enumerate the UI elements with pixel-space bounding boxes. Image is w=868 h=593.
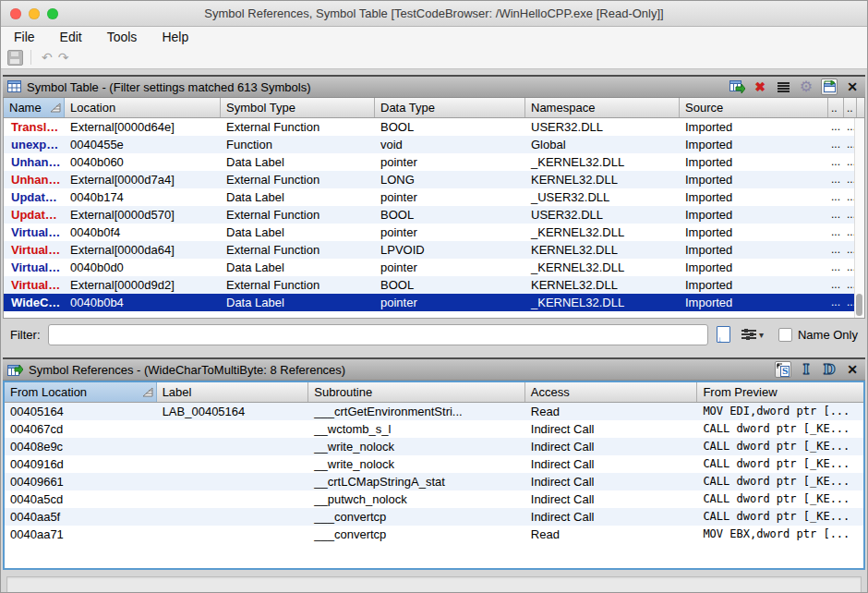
table-cell: External Function [221,171,375,188]
symbol-row[interactable]: Unhan…0040b060Data Labelpointer_KERNEL32… [4,153,864,171]
chevron-down-icon[interactable]: ▾ [759,330,764,340]
column-header--[interactable]: .. [844,98,857,117]
make-selection-icon[interactable] [729,79,745,95]
reference-row[interactable]: 0040a5cd__putwch_nolockIndirect CallCALL… [5,490,863,508]
table-cell: __putwch_nolock [308,490,525,508]
table-cell: CALL dword ptr [_KE... [697,455,863,473]
table-cell: CALL dword ptr [_KE... [697,438,863,455]
menu-item-file[interactable]: File [14,30,35,44]
table-cell: Transl… [4,118,65,136]
table-cell: Data Label [221,259,375,276]
instruction-references-icon[interactable]: I [798,361,814,378]
table-cell: 0040aa71 [5,526,157,543]
symbol-row[interactable]: Updat…External[0000d570]External Functio… [4,206,864,224]
table-cell: BOOL [375,276,525,294]
menu-item-edit[interactable]: Edit [60,30,82,44]
table-cell: Indirect Call [525,490,698,508]
settings-gear-icon[interactable]: ⚙ [798,79,814,95]
toolbar-divider [30,50,31,65]
delete-icon[interactable]: ✖ [752,79,768,95]
symbol-references-title: Symbol References - (WideCharToMultiByte… [29,363,769,377]
table-cell: Unhan… [4,171,65,188]
symbol-row[interactable]: WideC…0040b0b4Data Labelpointer_KERNEL32… [4,294,864,311]
column-header-source[interactable]: Source [680,98,828,117]
symbol-table-actions: ✖ ⚙ ✕ [729,79,861,95]
name-only-checkbox[interactable] [778,328,792,342]
table-cell: Indirect Call [525,455,698,473]
close-panel-icon[interactable]: ✕ [844,361,861,378]
table-cell: 0040916d [5,455,157,473]
table-cell: Imported [680,206,828,224]
status-bar [6,576,862,593]
symbol-table-header: Symbol Table - (Filter settings matched … [3,75,865,98]
window-title: Symbol References, Symbol Table [TestCod… [1,6,867,20]
scrollbar-thumb[interactable] [856,294,862,316]
reference-row[interactable]: 0040aa71___convertcpReadMOV EBX,dword pt… [5,526,863,543]
filter-options-icon[interactable] [741,329,756,341]
filter-list-icon[interactable] [775,79,791,95]
references-table-body: 00405164LAB_00405164___crtGetEnvironment… [5,403,863,568]
zoom-window-button[interactable] [47,8,58,19]
column-header-from-location[interactable]: From Location [5,382,157,402]
symbol-row[interactable]: Virtual…0040b0f4Data Labelpointer_KERNEL… [4,224,864,241]
redo-icon[interactable]: ↷ [58,51,69,64]
column-header-location[interactable]: Location [65,98,221,117]
table-cell: ___convertcp [308,508,525,526]
symbol-row[interactable]: Updat…0040b174Data Labelpointer_USER32.D… [4,188,864,206]
table-cell: __wctomb_s_l [308,420,525,438]
table-cell: 00408e9c [5,438,157,455]
table-cell: Data Label [221,188,375,206]
column-header-symbol-type[interactable]: Symbol Type [221,98,375,117]
filter-clear-icon[interactable]: ↓ [717,326,730,343]
table-cell [157,526,309,543]
symbol-row[interactable]: Transl…External[0000d64e]External Functi… [4,118,864,136]
reference-row[interactable]: 00405164LAB_00405164___crtGetEnvironment… [5,403,863,420]
symbol-row[interactable]: unexp…0040455eFunctionvoidGlobalImported… [4,136,864,153]
column-header-access[interactable]: Access [525,382,698,402]
table-cell: Unhan… [4,153,65,171]
column-header-subroutine[interactable]: Subroutine [308,382,525,402]
symbol-mode-icon[interactable]: S [775,361,791,378]
save-icon[interactable] [7,50,23,66]
column-header-label[interactable]: Label [157,382,309,402]
undo-icon[interactable]: ↶ [42,51,53,64]
table-cell: External Function [221,118,375,136]
column-header-name[interactable]: Name [4,98,65,117]
symbol-row[interactable]: Virtual…External[0000d9d2]External Funct… [4,276,864,294]
table-cell [157,508,309,526]
table-cell: 0040b0f4 [65,224,221,241]
table-cell: ... [828,241,844,259]
symbol-references-actions: S I D ✕ [775,361,861,378]
table-cell: Imported [680,171,828,188]
snapshot-table-icon[interactable] [821,79,838,95]
close-panel-icon[interactable]: ✕ [844,79,861,95]
minimize-window-button[interactable] [29,8,40,19]
menu-item-tools[interactable]: Tools [107,30,138,44]
table-cell: LPVOID [375,241,525,259]
table-cell: Function [221,136,375,153]
reference-row[interactable]: 0040916d__write_nolockIndirect CallCALL … [5,455,863,473]
filter-input[interactable] [48,324,708,345]
reference-row[interactable]: 0040aa5f___convertcpIndirect CallCALL dw… [5,508,863,526]
table-cell: Updat… [4,188,65,206]
table-cell: External[0000d570] [65,206,221,224]
name-only-label: Name Only [798,328,858,342]
menu-item-help[interactable]: Help [162,30,188,44]
symbol-row[interactable]: Virtual…External[0000da64]External Funct… [4,241,864,259]
close-window-button[interactable] [10,8,21,19]
symbol-row[interactable]: Unhan…External[0000d7a4]External Functio… [4,171,864,188]
table-cell: ... [828,171,844,188]
reference-row[interactable]: 004067cd__wctomb_s_lIndirect CallCALL dw… [5,420,863,438]
data-references-icon[interactable]: D [821,361,838,378]
symbol-row[interactable]: Virtual…0040b0d0Data Labelpointer_KERNEL… [4,259,864,276]
vertical-scrollbar[interactable] [854,118,864,318]
reference-row[interactable]: 00408e9c__write_nolockIndirect CallCALL … [5,438,863,455]
reference-row[interactable]: 00409661__crtLCMapStringA_statIndirect C… [5,473,863,490]
table-cell: ... [828,153,844,171]
column-header-data-type[interactable]: Data Type [375,98,525,117]
column-header--[interactable]: .. [828,98,844,117]
table-cell: Imported [680,276,828,294]
column-header-from-preview[interactable]: From Preview [697,382,863,402]
column-header-namespace[interactable]: Namespace [525,98,680,117]
table-cell: 0040b0b4 [65,294,221,311]
